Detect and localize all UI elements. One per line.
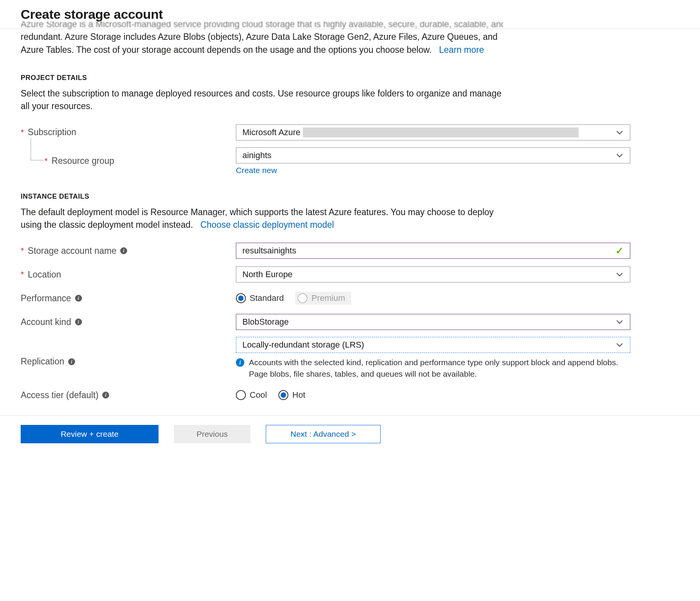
resource-group-label: * Resource group [21, 156, 236, 166]
chevron-down-icon [615, 270, 624, 279]
storage-name-label: * Storage account name i [21, 246, 236, 256]
redacted-text [303, 127, 579, 137]
required-icon: * [21, 127, 24, 137]
radio-selected-icon [236, 293, 246, 303]
create-new-link[interactable]: Create new [236, 166, 277, 175]
project-details-heading: PROJECT DETAILS [21, 74, 679, 82]
performance-standard-radio[interactable]: Standard [236, 293, 284, 303]
next-advanced-button[interactable]: Next : Advanced > [266, 425, 381, 443]
intro-body: redundant. Azure Storage includes Azure … [21, 32, 497, 54]
replication-info-callout: i Accounts with the selected kind, repli… [236, 357, 626, 379]
location-value: North Europe [242, 269, 293, 279]
replication-value: Locally-redundant storage (LRS) [242, 340, 364, 350]
chevron-down-icon [615, 151, 624, 160]
tree-connector-icon [31, 138, 44, 160]
previous-button[interactable]: Previous [174, 425, 250, 443]
performance-label: Performance i [21, 293, 236, 304]
checkmark-icon: ✓ [615, 245, 624, 257]
review-create-button[interactable]: Review + create [21, 425, 159, 443]
info-icon[interactable]: i [120, 247, 127, 254]
intro-text: Azure Storage is a Microsoft-managed ser… [21, 21, 503, 56]
intro-truncated: Azure Storage is a Microsoft-managed ser… [21, 21, 503, 31]
radio-label: Standard [250, 293, 284, 303]
location-label: * Location [21, 269, 236, 280]
chevron-down-icon [615, 341, 624, 349]
radio-unselected-icon [236, 390, 246, 400]
required-icon: * [21, 246, 24, 256]
required-icon: * [44, 156, 48, 166]
account-kind-value: BlobStorage [242, 317, 289, 327]
info-icon[interactable]: i [75, 318, 82, 325]
radio-selected-icon [278, 390, 288, 400]
radio-disabled-icon [298, 293, 307, 303]
subscription-select[interactable]: Microsoft Azure [236, 124, 630, 140]
account-kind-label: Account kind i [21, 317, 236, 327]
access-tier-cool-radio[interactable]: Cool [236, 390, 267, 400]
location-select[interactable]: North Europe [236, 266, 630, 283]
access-tier-hot-radio[interactable]: Hot [278, 390, 305, 400]
account-kind-select[interactable]: BlobStorage [236, 314, 630, 330]
info-icon[interactable]: i [75, 295, 82, 302]
replication-note: Accounts with the selected kind, replica… [249, 357, 626, 379]
storage-name-value: resultsainights [242, 246, 296, 256]
project-details-desc: Select the subscription to manage deploy… [21, 87, 503, 113]
resource-group-select[interactable]: ainights [236, 147, 630, 163]
radio-label: Premium [311, 293, 345, 303]
chevron-down-icon [615, 318, 624, 326]
subscription-value: Microsoft Azure [242, 127, 301, 137]
performance-premium-radio: Premium [295, 292, 351, 305]
chevron-down-icon [615, 128, 624, 137]
radio-label: Hot [292, 390, 305, 400]
subscription-label: * Subscription [21, 127, 236, 137]
page-title: Create storage account [21, 7, 700, 22]
storage-name-input[interactable]: resultsainights ✓ [236, 243, 630, 259]
classic-deployment-link[interactable]: Choose classic deployment model [200, 220, 334, 230]
info-icon[interactable]: i [68, 358, 75, 365]
access-tier-label: Access tier (default) i [21, 390, 236, 400]
instance-details-desc: The default deployment model is Resource… [21, 206, 503, 232]
replication-label: Replication i [21, 356, 236, 367]
instance-details-heading: INSTANCE DETAILS [21, 193, 679, 201]
resource-group-value: ainights [242, 150, 271, 160]
replication-select[interactable]: Locally-redundant storage (LRS) [236, 337, 630, 353]
required-icon: * [21, 269, 24, 279]
radio-label: Cool [250, 390, 267, 400]
info-icon[interactable]: i [102, 392, 109, 398]
learn-more-link[interactable]: Learn more [439, 45, 484, 55]
info-blue-icon: i [236, 358, 244, 367]
